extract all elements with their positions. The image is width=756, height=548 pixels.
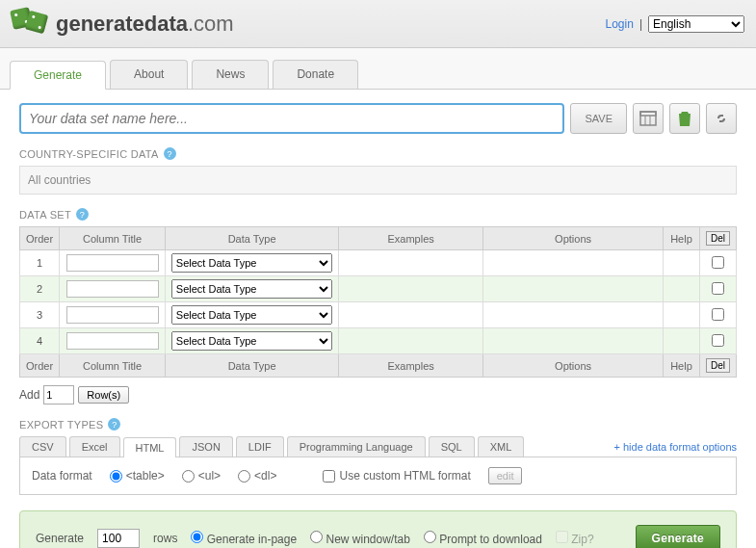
format-table-radio[interactable]: <table>	[110, 469, 165, 483]
th-order: Order	[20, 227, 60, 250]
gen-prompt-radio[interactable]: Prompt to download	[424, 531, 542, 546]
link-button[interactable]	[706, 103, 737, 134]
export-tab-html[interactable]: HTML	[123, 437, 177, 457]
export-tab-csv[interactable]: CSV	[19, 436, 66, 457]
th-help: Help	[663, 227, 699, 250]
tf-data-type: Data Type	[166, 354, 339, 378]
table-row: 2Select Data Type	[20, 276, 737, 302]
tab-about[interactable]: About	[110, 60, 188, 89]
edit-custom-format-button[interactable]: edit	[488, 467, 523, 484]
add-row-count-input[interactable]	[43, 385, 74, 404]
examples-cell	[339, 276, 483, 302]
export-tab-excel[interactable]: Excel	[69, 436, 120, 457]
svg-rect-1	[640, 112, 656, 116]
table-row: 3Select Data Type	[20, 302, 737, 328]
clear-button[interactable]	[669, 103, 700, 134]
row-delete-checkbox[interactable]	[712, 282, 724, 295]
data-type-select[interactable]: Select Data Type	[171, 305, 333, 325]
export-tab-json[interactable]: JSON	[179, 436, 232, 457]
svg-rect-0	[640, 112, 656, 125]
data-format-label: Data format	[32, 469, 92, 483]
table-row: 4Select Data Type	[20, 328, 737, 354]
tab-generate[interactable]: Generate	[10, 61, 106, 90]
help-icon[interactable]: ?	[76, 208, 89, 221]
tab-news[interactable]: News	[192, 60, 269, 89]
row-delete-checkbox[interactable]	[712, 334, 724, 347]
th-column-title: Column Title	[60, 227, 166, 250]
tab-donate[interactable]: Donate	[273, 60, 358, 89]
grid-icon	[639, 109, 658, 128]
country-selector[interactable]: All countries	[19, 166, 737, 195]
export-html-panel: Data format <table> <ul> <dl> Use custom…	[19, 457, 737, 495]
column-title-input[interactable]	[66, 332, 159, 350]
separator: |	[639, 17, 642, 31]
options-cell	[483, 328, 664, 354]
app-header: generatedata.com Login | English	[0, 0, 756, 48]
site-title: generatedata.com	[56, 12, 234, 37]
help-cell	[663, 276, 699, 302]
save-button[interactable]: SAVE	[570, 103, 627, 134]
tf-del: Del	[699, 354, 736, 378]
generate-label: Generate	[36, 532, 84, 545]
export-tab-xml[interactable]: XML	[478, 436, 525, 457]
format-dl-radio[interactable]: <dl>	[238, 469, 276, 483]
row-order: 1	[20, 250, 60, 276]
help-icon[interactable]: ?	[108, 418, 120, 431]
th-options: Options	[483, 227, 664, 250]
logo: generatedata.com	[12, 9, 234, 39]
help-icon[interactable]: ?	[164, 147, 176, 160]
generate-button[interactable]: Generate	[636, 525, 720, 548]
recycle-icon	[676, 109, 693, 128]
hide-format-options-link[interactable]: + hide data format options	[614, 441, 738, 453]
dataset-table: Order Column Title Data Type Examples Op…	[19, 226, 737, 378]
login-link[interactable]: Login	[606, 17, 634, 31]
export-tab-programming-language[interactable]: Programming Language	[287, 436, 426, 457]
row-order: 2	[20, 276, 60, 302]
data-type-select[interactable]: Select Data Type	[171, 253, 333, 273]
row-delete-checkbox[interactable]	[712, 308, 724, 321]
dataset-name-input[interactable]	[19, 103, 564, 134]
options-cell	[483, 250, 664, 276]
row-order: 4	[20, 328, 60, 354]
export-tabs: CSVExcelHTMLJSONLDIFProgramming Language…	[19, 436, 737, 457]
row-delete-checkbox[interactable]	[712, 256, 724, 269]
table-row: 1Select Data Type	[20, 250, 737, 276]
dataset-section-title: DATA SET ?	[19, 208, 737, 221]
options-cell	[483, 302, 664, 328]
th-data-type: Data Type	[166, 227, 339, 250]
format-ul-radio[interactable]: <ul>	[182, 469, 221, 483]
gen-inpage-radio[interactable]: Generate in-page	[191, 531, 297, 546]
data-type-select[interactable]: Select Data Type	[171, 279, 333, 299]
calendar-history-button[interactable]	[633, 103, 664, 134]
options-cell	[483, 276, 664, 302]
data-type-select[interactable]: Select Data Type	[171, 331, 333, 351]
generate-row: Generate rows Generate in-page New windo…	[19, 510, 737, 548]
th-del: Del	[699, 227, 736, 250]
export-tab-sql[interactable]: SQL	[429, 436, 475, 457]
th-examples: Examples	[339, 227, 483, 250]
row-order: 3	[20, 302, 60, 328]
column-title-input[interactable]	[66, 254, 159, 272]
help-cell	[663, 328, 699, 354]
column-title-input[interactable]	[66, 280, 159, 298]
dice-icon	[12, 9, 50, 39]
examples-cell	[339, 302, 483, 328]
del-all-button-foot[interactable]: Del	[706, 358, 730, 373]
export-tab-ldif[interactable]: LDIF	[236, 436, 284, 457]
language-select[interactable]: English	[648, 15, 744, 33]
help-cell	[663, 250, 699, 276]
generate-count-input[interactable]	[97, 529, 140, 548]
country-section-title: COUNTRY-SPECIFIC DATA ?	[19, 147, 737, 160]
tf-help: Help	[663, 354, 699, 378]
examples-cell	[339, 250, 483, 276]
column-title-input[interactable]	[66, 306, 159, 324]
help-cell	[663, 302, 699, 328]
gen-zip-checkbox[interactable]: Zip?	[556, 531, 594, 546]
tf-order: Order	[20, 354, 60, 378]
custom-format-checkbox[interactable]: Use custom HTML format	[323, 469, 470, 483]
add-rows-button[interactable]: Row(s)	[78, 386, 129, 404]
main-tabs: Generate About News Donate	[0, 48, 756, 89]
gen-newtab-radio[interactable]: New window/tab	[310, 531, 410, 546]
del-all-button[interactable]: Del	[706, 231, 730, 246]
tf-options: Options	[483, 354, 664, 378]
